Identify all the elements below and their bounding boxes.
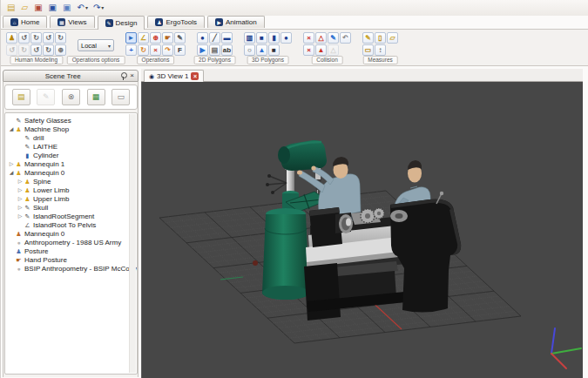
quick-access-button[interactable]: ▤ (7, 3, 16, 12)
ribbon-tool-button[interactable]: ► (125, 32, 137, 44)
ribbon-tool-button[interactable]: ↺ (30, 44, 42, 56)
ribbon-tab[interactable]: ✎ Design (98, 16, 145, 30)
ribbon-tool-button[interactable]: ↻ (55, 32, 66, 44)
ribbon-tab[interactable]: ▦ Views (50, 16, 94, 28)
tree-item[interactable]: ▷ ♟ Upper Limb (5, 194, 137, 203)
tree-item[interactable]: ♟ Mannequin 0 (5, 229, 137, 238)
quick-access-button[interactable]: ▱ (21, 3, 29, 12)
ribbon-tool-button[interactable]: ▤ (209, 44, 220, 56)
tree-item[interactable]: ● Anthropometry - 1988 US Army (5, 238, 137, 246)
view-tab-close-icon[interactable]: × (191, 72, 199, 80)
ribbon-tool-button[interactable]: ↷ (162, 44, 173, 56)
tree-item[interactable]: ✎ LAITHE (5, 142, 137, 151)
ribbon-tool-button[interactable]: ∠ (138, 32, 149, 44)
quick-access-button[interactable]: ↷▾ (93, 3, 104, 12)
scene-tree-toolbar-button[interactable]: ▤ (12, 89, 30, 105)
ribbon-tab[interactable]: ▶ Animation (207, 16, 265, 28)
ribbon-tool-button[interactable]: △ (315, 32, 327, 44)
view-tab-3d-view-1[interactable]: ◉ 3D View 1 × (144, 70, 204, 82)
ribbon-tool-button[interactable]: F (174, 44, 186, 56)
ribbon-tool-button[interactable]: ↺ (18, 32, 30, 44)
tree-item[interactable]: ◢ ♟ Machine Shop (5, 125, 137, 133)
pin-icon[interactable] (121, 72, 127, 80)
tree-item[interactable]: ▷ ♟ Mannequin 1 (5, 159, 137, 168)
tree-item-icon: ✎ (24, 135, 31, 141)
ribbon-tool-button[interactable]: ab (221, 44, 233, 56)
tree-item[interactable]: ✎ Safety Glasses (5, 116, 137, 125)
tree-expander-icon[interactable]: ◢ (8, 170, 15, 175)
viewport-3d[interactable] (141, 82, 583, 378)
ribbon-tool-button[interactable]: ● (197, 32, 208, 44)
tree-item[interactable]: ☛ Hand Posture (5, 255, 137, 264)
tree-item[interactable]: ✎ drill (5, 133, 137, 142)
ribbon-tool-button[interactable]: ⊕ (55, 44, 66, 56)
reference-frame-dropdown[interactable]: Local ▾ (78, 39, 114, 51)
tree-item[interactable]: ◢ ♟ Mannequin 0 (5, 168, 137, 177)
ribbon-tool-button[interactable]: ✎ (174, 32, 186, 44)
ribbon-tool-button[interactable]: ● (280, 32, 292, 44)
ribbon-tool-button[interactable]: ▯ (375, 32, 386, 44)
ribbon-tool-button[interactable]: ╱ (209, 32, 220, 44)
quick-access-button[interactable]: ↶▾ (78, 3, 88, 12)
ribbon-tool-button[interactable]: ♟ (6, 32, 17, 44)
tree-item[interactable]: ∠ IslandRoot To Pelvis (5, 220, 137, 229)
tree-expander-icon[interactable]: ▷ (17, 196, 24, 201)
tree-expander-icon[interactable]: ▷ (17, 187, 24, 192)
ribbon-tool-button[interactable]: ↻ (138, 44, 149, 56)
scene-tree-header[interactable]: Scene Tree × (3, 70, 139, 82)
ribbon-tab[interactable]: ♟ ErgoTools (147, 16, 205, 28)
tree-item[interactable]: ▷ ♟ Lower Limb (5, 186, 137, 194)
scene-tree-toolbar-button[interactable]: ▦ (87, 89, 105, 105)
quick-access-button[interactable]: ▣ (34, 3, 43, 12)
gear-hub (365, 213, 370, 219)
ribbon-tool-button[interactable]: ▬ (221, 32, 233, 44)
ribbon-tool-button[interactable]: ✎ (328, 32, 339, 44)
tree-expander-icon[interactable]: ▷ (17, 179, 24, 184)
lathe[interactable] (304, 192, 461, 321)
ribbon-tool-button[interactable]: ▲ (256, 44, 267, 56)
ribbon-tool-button[interactable]: ▲ (315, 44, 327, 56)
ribbon-tool-button[interactable]: + (125, 44, 137, 56)
ribbon-tab[interactable]: ⌂ Home (3, 16, 47, 28)
ribbon-tool-button[interactable]: ▶ (197, 44, 208, 56)
tree-expander-icon[interactable]: ▷ (17, 213, 24, 219)
ribbon-tool-button[interactable]: ✎ (362, 32, 374, 44)
ribbon-tool-button[interactable]: ■ (268, 44, 280, 56)
tree-item[interactable]: ▮ Cylinder (5, 151, 137, 159)
scene-tree-toolbar-button[interactable]: ✎ (37, 89, 55, 105)
ribbon-tool-button[interactable]: ▮ (268, 32, 280, 44)
ribbon-tool-button[interactable]: ⊕ (150, 32, 161, 44)
tree-expander-icon[interactable]: ▷ (17, 205, 24, 210)
close-icon[interactable]: × (130, 72, 134, 79)
ribbon-tool-button[interactable]: ■ (256, 32, 267, 44)
ribbon-tool-button[interactable]: ☛ (162, 32, 173, 44)
ribbon-tool-button[interactable]: ↺ (43, 32, 54, 44)
ribbon-tool-button[interactable]: ↺ (6, 44, 17, 56)
ribbon-tool-button[interactable]: △ (328, 44, 339, 56)
ribbon-tool-button[interactable]: × (150, 44, 161, 56)
ribbon-tool-button[interactable]: ↶ (340, 32, 351, 44)
ribbon-tool-button[interactable]: ↻ (18, 44, 30, 56)
tree-expander-icon[interactable]: ▷ (8, 161, 15, 166)
quick-access-button[interactable]: ▣ (49, 3, 57, 12)
ribbon-tool-button[interactable]: × (303, 32, 314, 44)
tree-expander-icon[interactable]: ◢ (8, 126, 15, 132)
ribbon-tool-button[interactable]: ↻ (30, 32, 42, 44)
scene-tree-toolbar-button[interactable]: ⊗ (62, 89, 80, 105)
ribbon-tool-button[interactable]: × (303, 44, 314, 56)
tree-scrollbar[interactable] (129, 114, 136, 373)
ribbon-tool-button[interactable]: ↕ (375, 44, 386, 56)
tree-item[interactable]: ▷ ✎ IslandRootSegment (5, 212, 137, 220)
tree-item-icon: ♟ (24, 196, 31, 202)
ribbon-tool-button[interactable]: ↻ (43, 44, 54, 56)
scene-tree-toolbar-button[interactable]: ▭ (112, 89, 130, 105)
ribbon-tool-button[interactable]: ▱ (387, 32, 398, 44)
tree-item[interactable]: ♟ Posture (5, 246, 137, 255)
tree-item[interactable]: ● BSIP Anthropometry - BSIP McConville..… (5, 264, 137, 273)
tree-item[interactable]: ▷ ✎ Skull (5, 203, 137, 212)
ribbon-tool-button[interactable]: ▭ (362, 44, 374, 56)
ribbon-tool-button[interactable]: ○ (244, 44, 255, 56)
quick-access-button[interactable]: ▣ (63, 3, 71, 12)
tree-item[interactable]: ▷ ♟ Spine (5, 177, 137, 186)
ribbon-tool-button[interactable]: ▥ (244, 32, 255, 44)
